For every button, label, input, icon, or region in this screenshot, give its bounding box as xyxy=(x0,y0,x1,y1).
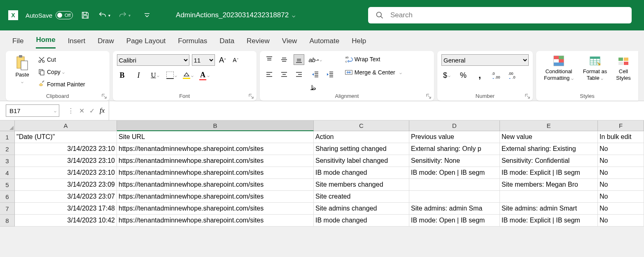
merge-center-button[interactable]: Merge & Center ⌵ xyxy=(344,67,403,77)
cancel-icon[interactable]: ✕ xyxy=(79,107,84,115)
cell[interactable]: Site admins changed xyxy=(314,203,409,215)
orientation-button[interactable]: ab↗⌵ xyxy=(310,54,321,65)
cell[interactable]: IB mode changed xyxy=(314,167,409,179)
align-right-button[interactable] xyxy=(294,69,304,80)
cell[interactable]: IB mode: Explicit | IB segm xyxy=(500,167,598,179)
cell[interactable]: Sharing setting changed xyxy=(314,143,409,155)
tab-insert[interactable]: Insert xyxy=(68,37,86,49)
number-format-select[interactable]: General xyxy=(441,54,529,66)
cell[interactable]: https://tenantadminnewhope.sharepoint.co… xyxy=(117,143,314,155)
cell[interactable]: 3/14/2023 17:48 xyxy=(15,203,117,215)
cell[interactable]: Previous value xyxy=(409,131,500,143)
cell[interactable]: No xyxy=(598,179,644,191)
cell[interactable]: Site members changed xyxy=(314,179,409,191)
font-dialog-launcher-icon[interactable] xyxy=(248,93,254,99)
increase-decimal-button[interactable]: .0.00 xyxy=(491,70,502,81)
cell-styles-button[interactable]: Cell Styles xyxy=(613,54,634,81)
fx-icon[interactable]: fx xyxy=(100,107,105,115)
cell[interactable]: IB mode: Open | IB segm xyxy=(409,167,500,179)
increase-indent-button[interactable] xyxy=(325,69,336,80)
row-header[interactable]: 1 xyxy=(0,131,15,143)
name-box-dropdown-icon[interactable]: ⌵ xyxy=(54,109,56,113)
cell[interactable]: No xyxy=(598,203,644,215)
cell[interactable]: Sensitivity label changed xyxy=(314,155,409,167)
format-as-table-button[interactable]: Format as Table ⌵ xyxy=(579,54,611,81)
autosave-toggle[interactable]: AutoSave Off xyxy=(26,11,73,19)
cell[interactable] xyxy=(409,191,500,203)
percent-format-button[interactable]: % xyxy=(458,70,469,81)
name-box[interactable]: B17 ⌵ xyxy=(6,104,59,117)
tab-help[interactable]: Help xyxy=(352,37,366,49)
redo-dropdown-icon[interactable]: ▾ xyxy=(128,13,131,18)
tab-formulas[interactable]: Formulas xyxy=(178,37,207,49)
font-name-select[interactable]: Calibri xyxy=(117,54,189,66)
alignment-dialog-launcher-icon[interactable] xyxy=(426,93,432,99)
cell[interactable]: Site URL xyxy=(117,131,314,143)
increase-font-button[interactable]: A˄ xyxy=(217,55,228,65)
cell[interactable]: No xyxy=(598,215,644,227)
tab-automate[interactable]: Automate xyxy=(309,37,339,49)
cell[interactable]: Site admins: admin Smart xyxy=(500,203,598,215)
align-top-button[interactable] xyxy=(264,54,275,65)
cell[interactable]: IB mode: Open | IB segm xyxy=(409,215,500,227)
row-header[interactable]: 6 xyxy=(0,191,15,203)
tab-review[interactable]: Review xyxy=(247,37,270,49)
underline-button[interactable]: U⌵ xyxy=(150,70,161,81)
filename[interactable]: AdminActions_20230314232318872 ⌵ xyxy=(176,11,295,19)
wrap-text-button[interactable]: abc Wrap Text xyxy=(344,54,403,64)
row-header[interactable]: 5 xyxy=(0,179,15,191)
tab-page-layout[interactable]: Page Layout xyxy=(126,37,166,49)
cell[interactable]: New value xyxy=(500,131,598,143)
cell[interactable]: In bulk edit xyxy=(598,131,644,143)
align-bottom-button[interactable] xyxy=(294,54,304,65)
bold-button[interactable]: B xyxy=(117,70,128,81)
comma-format-button[interactable]: , xyxy=(474,70,485,81)
save-icon[interactable] xyxy=(80,10,90,20)
clipboard-dialog-launcher-icon[interactable] xyxy=(101,93,107,99)
cell[interactable]: No xyxy=(598,155,644,167)
cell[interactable] xyxy=(500,191,598,203)
tab-draw[interactable]: Draw xyxy=(98,37,114,49)
enter-icon[interactable]: ✓ xyxy=(89,107,95,115)
cell[interactable]: "Date (UTC)" xyxy=(15,131,117,143)
cell[interactable]: https://tenantadminnewhope.sharepoint.co… xyxy=(117,155,314,167)
column-header-d[interactable]: D xyxy=(409,120,500,131)
fill-color-button[interactable]: ⌵ xyxy=(183,70,194,81)
cell[interactable]: https://tenantadminnewhope.sharepoint.co… xyxy=(117,215,314,227)
cell[interactable]: 3/14/2023 23:07 xyxy=(15,191,117,203)
cell[interactable]: IB mode changed xyxy=(314,215,409,227)
column-header-a[interactable]: A xyxy=(15,120,117,131)
align-center-button[interactable] xyxy=(279,69,289,80)
column-header-f[interactable]: F xyxy=(598,120,644,131)
row-header[interactable]: 7 xyxy=(0,203,15,215)
tab-home[interactable]: Home xyxy=(36,36,55,49)
cell[interactable]: 3/14/2023 23:10 xyxy=(15,143,117,155)
cell[interactable]: 3/14/2023 23:10 xyxy=(15,155,117,167)
borders-button[interactable]: ⌵ xyxy=(166,70,177,81)
cell[interactable]: Action xyxy=(314,131,409,143)
cell[interactable]: Sensitivity: Confidential xyxy=(500,155,598,167)
undo-dropdown-icon[interactable]: ▾ xyxy=(108,13,110,18)
cell[interactable]: No xyxy=(598,143,644,155)
column-header-b[interactable]: B xyxy=(117,120,314,131)
cell[interactable]: Sensitivity: None xyxy=(409,155,500,167)
formula-input[interactable] xyxy=(109,101,644,120)
cell[interactable]: https://tenantadminnewhope.sharepoint.co… xyxy=(117,179,314,191)
toggle-switch[interactable]: Off xyxy=(56,11,73,19)
decrease-font-button[interactable]: A˅ xyxy=(231,55,241,65)
search-input[interactable] xyxy=(390,11,624,19)
column-header-c[interactable]: C xyxy=(314,120,409,131)
font-size-select[interactable]: 11 xyxy=(192,54,215,66)
decrease-decimal-button[interactable]: .00.0 xyxy=(507,70,518,81)
redo-icon[interactable] xyxy=(118,10,128,20)
cell[interactable]: 3/14/2023 23:10 xyxy=(15,167,117,179)
cell[interactable]: IB mode: Explicit | IB segm xyxy=(500,215,598,227)
italic-button[interactable]: I xyxy=(133,70,144,81)
worksheet-grid[interactable]: A B C D E F 1 "Date (UTC)" Site URL Acti… xyxy=(0,120,644,227)
accounting-format-button[interactable]: $⌵ xyxy=(441,70,452,81)
decrease-indent-button[interactable] xyxy=(310,69,321,80)
tab-view[interactable]: View xyxy=(282,37,297,49)
row-header[interactable]: 2 xyxy=(0,143,15,155)
tab-data[interactable]: Data xyxy=(219,37,234,49)
cell[interactable]: https://tenantadminnewhope.sharepoint.co… xyxy=(117,191,314,203)
